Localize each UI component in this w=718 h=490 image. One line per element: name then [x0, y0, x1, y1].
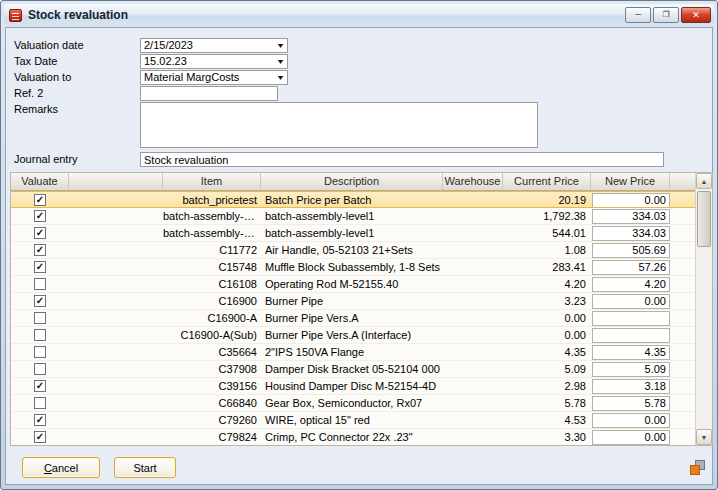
- new-price-cell[interactable]: 0.00: [591, 192, 670, 207]
- description-cell[interactable]: batch-assembly-level1: [261, 225, 443, 241]
- new-price-cell[interactable]: [591, 327, 670, 343]
- description-cell[interactable]: Air Handle, 05-52103 21+Sets: [261, 242, 443, 258]
- start-button[interactable]: Start: [114, 457, 176, 478]
- table-row[interactable]: ✓C15748Muffle Block Subassembly, 1-8 Set…: [11, 259, 695, 276]
- item-cell[interactable]: batch-assembly-lev...: [163, 208, 261, 224]
- item-cell[interactable]: C79824: [163, 429, 261, 445]
- valuate-checkbox[interactable]: ✓: [34, 431, 46, 443]
- new-price-cell[interactable]: 0.00: [591, 429, 670, 445]
- valuate-checkbox[interactable]: [34, 312, 46, 324]
- valuate-checkbox[interactable]: ✓: [34, 194, 46, 206]
- description-cell[interactable]: Muffle Block Subassembly, 1-8 Sets: [261, 259, 443, 275]
- ref2-input[interactable]: [140, 86, 278, 101]
- item-cell[interactable]: batch-assembly-lev...: [163, 225, 261, 241]
- item-cell[interactable]: C79260: [163, 412, 261, 428]
- table-row[interactable]: ✓C79824Crimp, PC Connector 22x .23"3.300…: [11, 429, 695, 445]
- warehouse-cell[interactable]: [443, 327, 503, 343]
- valuate-cell[interactable]: [11, 344, 69, 360]
- valuate-checkbox[interactable]: [34, 363, 46, 375]
- minimize-button[interactable]: ─: [625, 7, 651, 23]
- valuate-checkbox[interactable]: ✓: [34, 261, 46, 273]
- table-row[interactable]: ✓C11772Air Handle, 05-52103 21+Sets1.085…: [11, 242, 695, 259]
- table-row[interactable]: ✓batch-assembly-lev...batch-assembly-lev…: [11, 225, 695, 242]
- new-price-cell[interactable]: 4.20: [591, 276, 670, 292]
- chevron-down-icon[interactable]: ▼: [276, 39, 285, 52]
- description-cell[interactable]: Burner Pipe: [261, 293, 443, 309]
- description-cell[interactable]: Damper Disk Bracket 05-52104 000: [261, 361, 443, 377]
- valuate-cell[interactable]: ✓: [11, 293, 69, 309]
- item-cell[interactable]: C16900-A(Sub): [163, 327, 261, 343]
- description-cell[interactable]: Operating Rod M-52155.40: [261, 276, 443, 292]
- column-header-warehouse[interactable]: Warehouse: [443, 173, 503, 190]
- item-cell[interactable]: C35664: [163, 344, 261, 360]
- description-cell[interactable]: Crimp, PC Connector 22x .23": [261, 429, 443, 445]
- warehouse-cell[interactable]: [443, 412, 503, 428]
- new-price-input[interactable]: 334.03: [592, 226, 670, 241]
- close-button[interactable]: ✕: [681, 7, 711, 23]
- warehouse-cell[interactable]: [443, 242, 503, 258]
- form-settings-icon[interactable]: [690, 460, 705, 475]
- warehouse-cell[interactable]: [443, 225, 503, 241]
- column-header-new-price[interactable]: New Price: [591, 173, 670, 190]
- new-price-cell[interactable]: 5.78: [591, 395, 670, 411]
- new-price-cell[interactable]: 5.09: [591, 361, 670, 377]
- table-row[interactable]: ✓C39156Housind Damper Disc M-52154-4D2.9…: [11, 378, 695, 395]
- valuate-checkbox[interactable]: ✓: [34, 414, 46, 426]
- new-price-input[interactable]: 0.00: [592, 413, 670, 428]
- description-cell[interactable]: batch-assembly-level1: [261, 208, 443, 224]
- valuate-checkbox[interactable]: ✓: [34, 295, 46, 307]
- valuate-cell[interactable]: ✓: [11, 192, 69, 207]
- new-price-input[interactable]: 334.03: [592, 209, 670, 224]
- new-price-input[interactable]: 5.78: [592, 396, 670, 411]
- item-cell[interactable]: C16900: [163, 293, 261, 309]
- cancel-button[interactable]: Cancel: [22, 457, 100, 478]
- valuate-cell[interactable]: ✓: [11, 429, 69, 445]
- description-cell[interactable]: Burner Pipe Vers.A: [261, 310, 443, 326]
- new-price-input[interactable]: 0.00: [592, 193, 670, 207]
- table-row[interactable]: C37908Damper Disk Bracket 05-52104 0005.…: [11, 361, 695, 378]
- valuate-checkbox[interactable]: ✓: [34, 210, 46, 222]
- vertical-scrollbar[interactable]: ▲ ▼: [695, 173, 712, 445]
- table-row[interactable]: ✓batch_pricetestBatch Price per Batch20.…: [11, 191, 695, 208]
- table-row[interactable]: ✓C79260WIRE, optical 15" red4.530.00: [11, 412, 695, 429]
- valuate-cell[interactable]: [11, 276, 69, 292]
- description-cell[interactable]: Burner Pipe Vers.A (Interface): [261, 327, 443, 343]
- scrollbar-thumb[interactable]: [697, 191, 711, 247]
- valuate-cell[interactable]: ✓: [11, 242, 69, 258]
- maximize-button[interactable]: ❐: [653, 7, 679, 23]
- valuate-cell[interactable]: ✓: [11, 259, 69, 275]
- item-cell[interactable]: C66840: [163, 395, 261, 411]
- remarks-textarea[interactable]: [140, 102, 538, 148]
- description-cell[interactable]: 2"IPS 150VA Flange: [261, 344, 443, 360]
- new-price-input[interactable]: 4.35: [592, 345, 670, 360]
- table-row[interactable]: ✓C16900Burner Pipe3.230.00: [11, 293, 695, 310]
- item-cell[interactable]: C15748: [163, 259, 261, 275]
- new-price-input[interactable]: 3.18: [592, 379, 670, 394]
- new-price-input[interactable]: [592, 311, 670, 326]
- item-cell[interactable]: C37908: [163, 361, 261, 377]
- new-price-cell[interactable]: 334.03: [591, 225, 670, 241]
- valuate-cell[interactable]: [11, 361, 69, 377]
- title-bar[interactable]: Stock revaluation ─ ❐ ✕: [4, 4, 714, 26]
- table-row[interactable]: C356642"IPS 150VA Flange4.354.35: [11, 344, 695, 361]
- column-header-current-price[interactable]: Current Price: [503, 173, 591, 190]
- valuate-checkbox[interactable]: [34, 346, 46, 358]
- valuate-cell[interactable]: ✓: [11, 412, 69, 428]
- journal-entry-input[interactable]: [140, 152, 664, 167]
- item-cell[interactable]: C11772: [163, 242, 261, 258]
- valuate-cell[interactable]: [11, 327, 69, 343]
- warehouse-cell[interactable]: [443, 361, 503, 377]
- new-price-input[interactable]: 0.00: [592, 294, 670, 309]
- description-cell[interactable]: Gear Box, Semiconductor, Rx07: [261, 395, 443, 411]
- valuation-date-combo[interactable]: 2/15/2023 ▼: [140, 38, 288, 53]
- scroll-down-icon[interactable]: ▼: [696, 429, 712, 445]
- table-row[interactable]: ✓batch-assembly-lev...batch-assembly-lev…: [11, 208, 695, 225]
- warehouse-cell[interactable]: [443, 192, 503, 207]
- table-row[interactable]: C16108Operating Rod M-52155.404.204.20: [11, 276, 695, 293]
- description-cell[interactable]: Batch Price per Batch: [261, 192, 443, 207]
- item-cell[interactable]: C16108: [163, 276, 261, 292]
- new-price-cell[interactable]: 0.00: [591, 412, 670, 428]
- item-cell[interactable]: C39156: [163, 378, 261, 394]
- new-price-input[interactable]: 505.69: [592, 243, 670, 258]
- warehouse-cell[interactable]: [443, 395, 503, 411]
